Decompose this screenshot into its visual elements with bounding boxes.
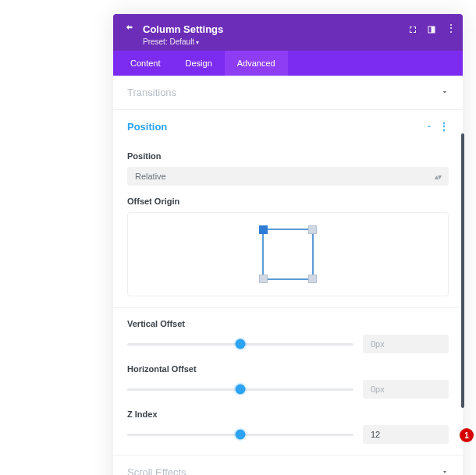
section-position-toggle[interactable]: Position ⋮ <box>113 110 463 144</box>
z-index-thumb[interactable] <box>236 430 246 440</box>
z-index-label: Z Index <box>127 409 449 419</box>
more-icon[interactable]: ⋮ <box>446 26 455 35</box>
horizontal-offset-value[interactable]: 0px <box>363 380 449 399</box>
select-caret-icon: ▴▾ <box>435 172 441 181</box>
origin-handle-top-right[interactable] <box>308 225 317 234</box>
section-position-label: Position <box>127 121 167 133</box>
vertical-offset-thumb[interactable] <box>236 339 246 349</box>
panel-header: Column Settings Preset: Default▾ ⋮ <box>113 14 463 51</box>
vertical-offset-label: Vertical Offset <box>127 319 449 328</box>
section-transitions-toggle[interactable]: Transitions <box>113 76 463 109</box>
vertical-offset-value[interactable]: 0px <box>363 335 449 353</box>
origin-handle-bottom-right[interactable] <box>308 275 317 283</box>
z-index-value[interactable]: 12 <box>363 425 449 444</box>
vertical-offset-slider[interactable] <box>127 343 353 346</box>
tab-bar: Content Design Advanced <box>113 51 463 76</box>
section-options-icon[interactable]: ⋮ <box>439 125 449 129</box>
origin-handle-top-left[interactable] <box>259 225 268 234</box>
tab-advanced[interactable]: Advanced <box>225 51 288 76</box>
chevron-up-icon <box>425 121 433 133</box>
caret-down-icon: ▾ <box>196 39 199 46</box>
position-field-label: Position <box>127 151 449 161</box>
expand-icon[interactable] <box>408 23 417 37</box>
position-select-value: Relative <box>135 172 166 181</box>
section-transitions: Transitions <box>113 76 463 110</box>
section-transitions-label: Transitions <box>127 87 176 98</box>
origin-rect <box>262 229 314 280</box>
horizontal-offset-label: Horizontal Offset <box>127 364 449 374</box>
chevron-down-icon <box>441 87 449 98</box>
offset-origin-picker[interactable] <box>127 212 449 296</box>
panel-body: Transitions Position ⋮ Position Relative… <box>113 76 463 475</box>
back-icon[interactable] <box>124 22 135 36</box>
z-index-slider[interactable] <box>127 434 353 436</box>
tab-design[interactable]: Design <box>173 51 225 76</box>
horizontal-offset-slider[interactable] <box>127 388 353 391</box>
preset-selector[interactable]: Preset: Default▾ <box>143 37 452 46</box>
panel-title: Column Settings <box>143 23 223 35</box>
offset-origin-label: Offset Origin <box>127 197 449 206</box>
section-scroll-effects: Scroll Effects <box>113 456 463 475</box>
column-settings-panel: Column Settings Preset: Default▾ ⋮ Conte… <box>113 14 463 475</box>
origin-handle-bottom-left[interactable] <box>259 275 268 283</box>
tab-content[interactable]: Content <box>118 51 173 76</box>
preset-label: Preset: Default <box>143 37 194 46</box>
chevron-down-icon <box>441 466 449 475</box>
position-select[interactable]: Relative ▴▾ <box>127 167 449 186</box>
scrollbar[interactable] <box>461 133 464 408</box>
section-scroll-effects-label: Scroll Effects <box>127 466 186 475</box>
horizontal-offset-thumb[interactable] <box>236 385 246 395</box>
section-scroll-effects-toggle[interactable]: Scroll Effects <box>113 456 463 475</box>
snap-icon[interactable] <box>427 23 436 37</box>
section-position: Position ⋮ Position Relative ▴▾ Offset O… <box>113 110 463 456</box>
